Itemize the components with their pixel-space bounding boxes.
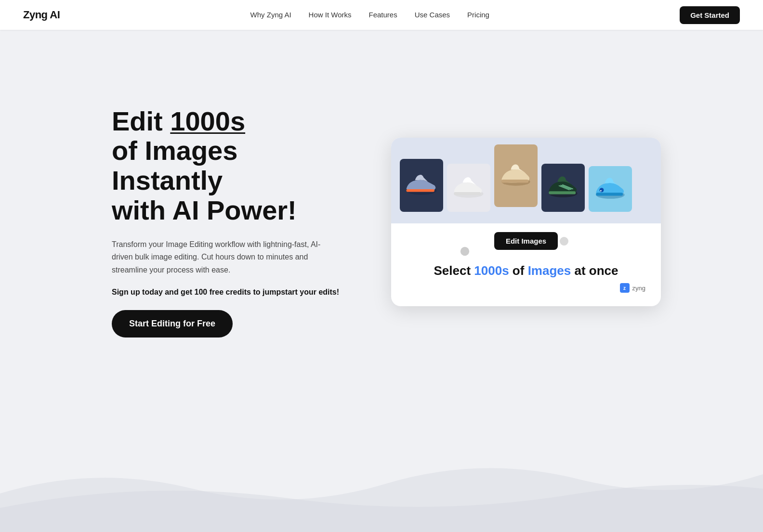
- select-text-3: at once: [571, 263, 618, 278]
- shoe-thumb-1: [400, 159, 443, 212]
- nav-item-pricing[interactable]: Pricing: [467, 11, 489, 19]
- hero-description: Transform your Image Editing workflow wi…: [112, 238, 324, 276]
- card-brand: z zyng: [620, 283, 645, 293]
- select-text: Select 1000s of Images at once: [434, 263, 618, 278]
- svg-text:●: ●: [600, 189, 602, 192]
- svg-rect-7: [549, 191, 576, 194]
- hero-left: Edit 1000s of Images Instantly with AI P…: [112, 106, 353, 338]
- cursor-icon: [460, 246, 470, 257]
- svg-point-15: [460, 247, 469, 256]
- select-1000s: 1000s: [474, 263, 509, 278]
- main-content: Edit 1000s of Images Instantly with AI P…: [0, 0, 763, 433]
- hero-title-line3: with AI Power!: [112, 195, 297, 225]
- brand-name: zyng: [632, 285, 645, 292]
- hero-title-1000s: 1000s: [170, 106, 245, 136]
- select-images: Images: [528, 263, 571, 278]
- hero-right: ● Edit Images Select 1000s of Images at …: [391, 138, 661, 306]
- hero-title: Edit 1000s of Images Instantly with AI P…: [112, 106, 353, 225]
- zyng-logo-icon: z: [620, 283, 630, 293]
- get-started-button[interactable]: Get Started: [680, 6, 740, 24]
- nav-item-use-cases[interactable]: Use Cases: [415, 11, 450, 19]
- shoe-thumb-2: [447, 164, 490, 212]
- shoe-thumb-5: ●: [589, 166, 632, 212]
- nav-item-why-zyng[interactable]: Why Zyng AI: [250, 11, 291, 19]
- image-strip: ●: [391, 138, 661, 223]
- bottom-wave: [0, 445, 763, 532]
- edit-button-row: Edit Images: [494, 232, 558, 250]
- nav-item-how-it-works[interactable]: How It Works: [309, 11, 352, 19]
- card-bottom: Edit Images Select 1000s of Images at on…: [391, 223, 661, 293]
- svg-rect-5: [501, 180, 528, 182]
- navbar: Zyng AI Why Zyng AI How It Works Feature…: [0, 0, 763, 30]
- hero-cta-text: Sign up today and get 100 free credits t…: [112, 288, 353, 297]
- hero-title-line2: of Images Instantly: [112, 135, 237, 195]
- nav-item-features[interactable]: Features: [369, 11, 397, 19]
- select-text-2: of: [509, 263, 528, 278]
- shoe-thumb-3: [494, 144, 538, 207]
- edit-images-button[interactable]: Edit Images: [494, 232, 558, 250]
- svg-rect-1: [407, 189, 435, 192]
- shoe-thumb-4: [541, 164, 585, 212]
- select-text-1: Select: [434, 263, 474, 278]
- hero-title-edit: Edit: [112, 106, 170, 136]
- svg-rect-12: [596, 193, 623, 195]
- nav-links: Why Zyng AI How It Works Features Use Ca…: [250, 11, 489, 19]
- svg-rect-3: [454, 192, 481, 195]
- demo-card: ● Edit Images Select 1000s of Images at …: [391, 138, 661, 306]
- logo[interactable]: Zyng AI: [23, 9, 60, 21]
- start-editing-button[interactable]: Start Editing for Free: [112, 310, 233, 337]
